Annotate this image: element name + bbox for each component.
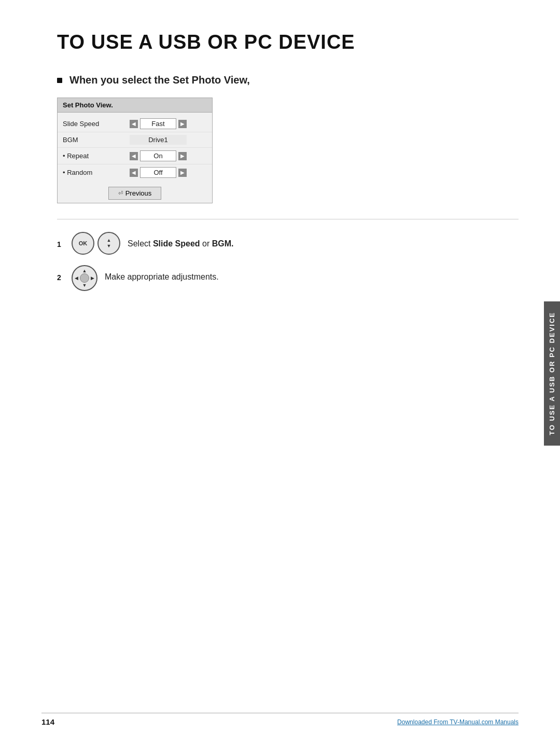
random-row: Random ◀ Off ▶ xyxy=(58,164,212,181)
dialog-body: Slide Speed ◀ Fast ▶ BGM Drive1 Repeat ◀ xyxy=(58,113,212,184)
slide-speed-control[interactable]: ◀ Fast ▶ xyxy=(109,118,207,129)
random-right-arrow[interactable]: ▶ xyxy=(178,169,187,177)
footer-link[interactable]: Downloaded From TV-Manual.com Manuals xyxy=(397,718,519,726)
random-label: Random xyxy=(63,169,109,176)
previous-label: Previous xyxy=(125,189,152,197)
step-2-number: 2 xyxy=(57,273,64,282)
footer-line xyxy=(41,713,519,713)
instruction-row-1: 1 OK ▲ ▼ Select Slide Speed or BGM. xyxy=(57,232,519,255)
repeat-row: Repeat ◀ On ▶ xyxy=(58,148,212,164)
bgm-value: Drive1 xyxy=(130,135,187,145)
previous-button[interactable]: ⏎ Previous xyxy=(108,187,162,200)
ok-button-icon: OK xyxy=(72,232,94,255)
slide-speed-label: Slide Speed xyxy=(63,120,109,128)
nav-right-arrow: ▶ xyxy=(91,275,94,281)
repeat-right-arrow[interactable]: ▶ xyxy=(178,152,187,160)
nav-up-arrow: ▲ xyxy=(82,268,87,273)
nav-left-arrow: ◀ xyxy=(75,275,78,281)
dialog-title: Set Photo View. xyxy=(58,98,212,113)
repeat-label: Repeat xyxy=(63,152,109,160)
repeat-value: On xyxy=(140,150,176,161)
bgm-control: Drive1 xyxy=(109,135,207,145)
footer: 114 Downloaded From TV-Manual.com Manual… xyxy=(41,713,519,726)
scroll-up-arrow: ▲ xyxy=(107,238,111,243)
repeat-control[interactable]: ◀ On ▶ xyxy=(109,150,207,161)
nav-button-icon: ▲ ◀ ▶ ▼ xyxy=(72,265,97,291)
instructions-section: 1 OK ▲ ▼ Select Slide Speed or BGM. 2 ▲ … xyxy=(57,232,519,291)
bgm-row: BGM Drive1 xyxy=(58,132,212,148)
set-photo-view-dialog: Set Photo View. Slide Speed ◀ Fast ▶ BGM… xyxy=(57,98,213,203)
random-control[interactable]: ◀ Off ▶ xyxy=(109,167,207,178)
instruction-row-2: 2 ▲ ◀ ▶ ▼ Make appropriate adjustments. xyxy=(57,265,519,291)
step-2-text: Make appropriate adjustments. xyxy=(105,265,219,283)
section-heading: When you select the Set Photo View, xyxy=(57,74,519,86)
scroll-down-arrow: ▼ xyxy=(107,244,111,248)
separator xyxy=(57,219,519,219)
nav-down-arrow: ▼ xyxy=(82,283,87,288)
step-1-text: Select Slide Speed or BGM. xyxy=(128,232,234,250)
previous-icon: ⏎ xyxy=(118,190,123,197)
page-title: TO USE A USB OR PC DEVICE xyxy=(57,31,519,53)
step-1-icons: OK ▲ ▼ xyxy=(72,232,120,255)
slide-speed-value: Fast xyxy=(140,118,176,129)
repeat-left-arrow[interactable]: ◀ xyxy=(130,152,138,160)
slide-speed-right-arrow[interactable]: ▶ xyxy=(178,120,187,128)
random-value: Off xyxy=(140,167,176,178)
bgm-label: BGM xyxy=(63,136,109,144)
nav-center xyxy=(80,273,89,283)
step-1-number: 1 xyxy=(57,240,64,248)
bullet-icon xyxy=(57,78,62,83)
footer-content: 114 Downloaded From TV-Manual.com Manual… xyxy=(41,717,519,726)
scroll-button-icon: ▲ ▼ xyxy=(97,232,120,255)
page-number: 114 xyxy=(41,717,54,726)
slide-speed-left-arrow[interactable]: ◀ xyxy=(130,120,138,128)
slide-speed-row: Slide Speed ◀ Fast ▶ xyxy=(58,116,212,132)
dialog-footer: ⏎ Previous xyxy=(58,184,212,203)
random-left-arrow[interactable]: ◀ xyxy=(130,169,138,177)
step-2-icons: ▲ ◀ ▶ ▼ xyxy=(72,265,97,291)
side-tab: TO USE A USB OR PC DEVICE xyxy=(544,301,560,446)
